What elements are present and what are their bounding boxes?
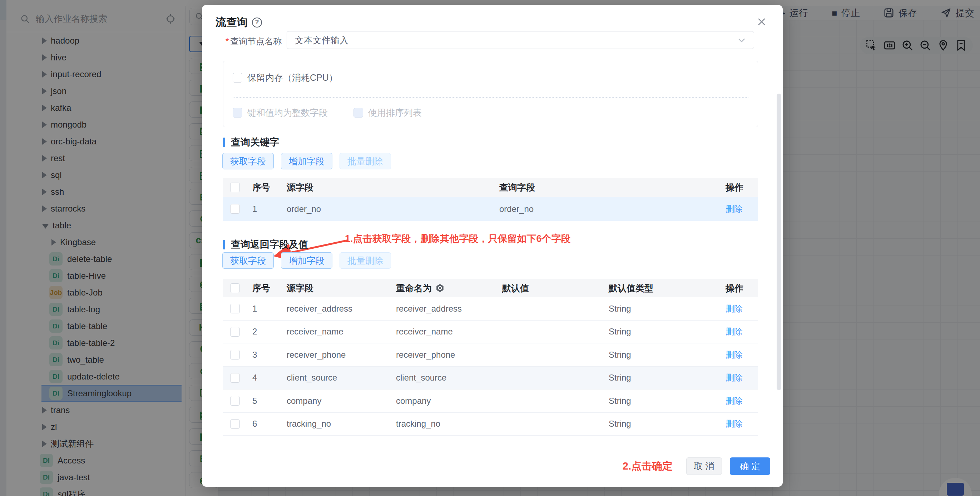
table-row: 4 client_source client_source String 删除 — [223, 367, 758, 390]
table-row: 1 order_no order_no 删除 — [223, 197, 758, 221]
delete-row-link[interactable]: 删除 — [710, 413, 758, 436]
dialog-footer: 2.点击确定 取 消 确 定 — [623, 458, 770, 475]
dialog-title: 流查询 ? — [215, 15, 262, 30]
select-all-checkbox[interactable] — [230, 283, 240, 293]
row-checkbox[interactable] — [230, 396, 240, 405]
sorted-list-checkbox — [353, 108, 363, 118]
table-row: 6 tracking_no tracking_no String 删除 — [223, 413, 758, 436]
query-keys-table: 序号 源字段 查询字段 操作 1 order_no order_no 删除 — [223, 178, 758, 221]
delete-row-link[interactable]: 删除 — [710, 321, 758, 343]
table-row: 2 receiver_name receiver_name String 删除 — [223, 321, 758, 344]
row-checkbox[interactable] — [230, 373, 240, 383]
table-header: 序号 源字段 查询字段 操作 — [223, 178, 758, 197]
delete-row-link[interactable]: 删除 — [710, 367, 758, 389]
options-group: 保留内存（消耗CPU） 键和值均为整数字段 使用排序列表 — [223, 61, 758, 127]
row-checkbox[interactable] — [230, 204, 240, 214]
close-icon[interactable] — [756, 16, 767, 27]
table-row: 5 company company String 删除 — [223, 389, 758, 413]
cancel-button[interactable]: 取 消 — [686, 458, 722, 475]
delete-row-link[interactable]: 删除 — [710, 389, 758, 412]
add-field-button[interactable]: 增加字段 — [281, 252, 332, 269]
confirm-button[interactable]: 确 定 — [730, 458, 770, 475]
node-name-select[interactable]: 文本文件输入 — [286, 31, 754, 49]
delete-row-link[interactable]: 删除 — [720, 197, 758, 221]
delete-row-link[interactable]: 删除 — [710, 343, 758, 366]
get-fields-button[interactable]: 获取字段 — [222, 252, 274, 269]
stream-query-dialog: 流查询 ? *查询节点名称 文本文件输入 保留内存（消耗CPU） 键和值均为整数… — [202, 5, 783, 487]
return-fields-table: 序号 源字段 重命名为 默认值 默认值类型 操作 1 receiver_addr… — [223, 279, 758, 436]
help-icon[interactable]: ? — [252, 17, 262, 27]
row-checkbox[interactable] — [230, 350, 240, 359]
chevron-down-icon — [737, 35, 747, 45]
node-name-label: *查询节点名称 — [226, 36, 282, 47]
modal-scrollbar-thumb[interactable] — [776, 94, 781, 390]
sub-options: 键和值均为整数字段 使用排序列表 — [233, 107, 422, 119]
options-divider — [233, 97, 748, 97]
batch-delete-button: 批量删除 — [339, 252, 391, 269]
app-window: 输入作业名称搜索 hadoop hive — [0, 0, 980, 496]
int-fields-checkbox — [233, 108, 242, 118]
row-checkbox[interactable] — [230, 304, 240, 313]
tutorial-annotation-2: 2.点击确定 — [623, 459, 673, 474]
tutorial-annotation-1: 1.点击获取字段，删除其他字段，只保留如下6个字段 — [345, 232, 571, 245]
keep-memory-checkbox[interactable] — [233, 73, 242, 83]
return-fields-actions: 获取字段 增加字段 批量删除 — [222, 252, 391, 269]
table-row: 3 receiver_phone receiver_phone String 删… — [223, 343, 758, 367]
rename-settings-icon[interactable] — [435, 283, 445, 293]
batch-delete-button: 批量删除 — [339, 153, 391, 169]
section-query-keys: 查询关键字 — [223, 136, 279, 149]
keep-memory-option: 保留内存（消耗CPU） — [233, 72, 338, 84]
add-field-button[interactable]: 增加字段 — [281, 153, 332, 169]
delete-row-link[interactable]: 删除 — [710, 297, 758, 320]
get-fields-button[interactable]: 获取字段 — [222, 153, 274, 169]
table-header: 序号 源字段 重命名为 默认值 默认值类型 操作 — [223, 279, 758, 297]
row-checkbox[interactable] — [230, 327, 240, 337]
query-keys-actions: 获取字段 增加字段 批量删除 — [222, 153, 391, 169]
table-row: 1 receiver_address receiver_address Stri… — [223, 297, 758, 321]
select-all-checkbox[interactable] — [230, 183, 240, 192]
row-checkbox[interactable] — [230, 419, 240, 429]
section-return-fields: 查询返回字段及值 — [223, 238, 308, 251]
